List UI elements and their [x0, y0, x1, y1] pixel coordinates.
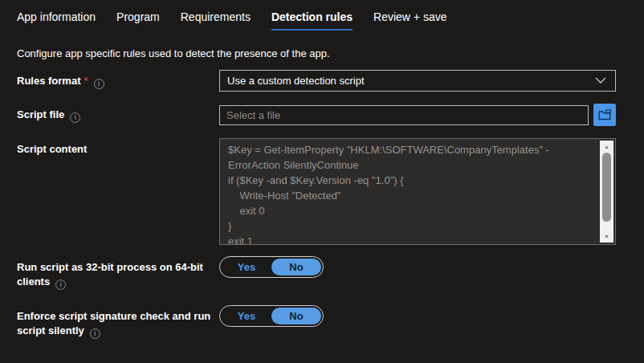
run-32bit-toggle: Yes No — [219, 256, 324, 278]
tab-detection-rules[interactable]: Detection rules — [271, 10, 353, 31]
signature-check-label-group: Enforce script signature check and run s… — [17, 305, 219, 339]
chevron-down-icon — [595, 77, 606, 84]
info-icon[interactable]: i — [70, 112, 80, 123]
tab-review-save[interactable]: Review + save — [373, 10, 446, 31]
wizard-tabbar: App information Program Requirements Det… — [17, 0, 627, 31]
run-32bit-toggle-no[interactable]: No — [271, 259, 321, 275]
scrollbar-up-icon[interactable]: ▲ — [600, 141, 613, 153]
folder-icon — [598, 109, 612, 120]
script-content-row: Script content $Key = Get-ItemProperty "… — [17, 138, 627, 245]
script-content-text: $Key = Get-ItemProperty "HKLM:\SOFTWARE\… — [220, 139, 615, 245]
required-marker: * — [84, 75, 88, 87]
script-content-label: Script content — [17, 143, 87, 155]
scrollbar-thumb[interactable] — [602, 153, 611, 222]
rules-format-dropdown[interactable]: Use a custom detection script — [219, 70, 616, 92]
detection-rules-page: App information Program Requirements Det… — [0, 0, 644, 339]
page-description: Configure app specific rules used to det… — [17, 47, 627, 59]
tab-app-information[interactable]: App information — [17, 10, 96, 31]
run-32bit-row: Run script as 32-bit process on 64-bit c… — [17, 256, 627, 290]
script-scrollbar[interactable]: ▲ ▼ — [600, 141, 613, 243]
tab-requirements[interactable]: Requirements — [181, 10, 251, 31]
script-content-box: $Key = Get-ItemProperty "HKLM:\SOFTWARE\… — [219, 138, 616, 245]
rules-format-row: Rules format*i Use a custom detection sc… — [17, 70, 627, 92]
scrollbar-down-icon[interactable]: ▼ — [600, 230, 613, 243]
script-file-label-group: Script filei — [17, 104, 219, 123]
run-32bit-label: Run script as 32-bit process on 64-bit c… — [17, 261, 203, 288]
rules-format-selected-value: Use a custom detection script — [227, 75, 365, 87]
browse-file-button[interactable] — [593, 104, 616, 126]
info-icon[interactable]: i — [90, 328, 100, 339]
script-file-label: Script file — [17, 108, 64, 120]
rules-format-label-group: Rules format*i — [17, 70, 219, 89]
script-file-input[interactable] — [219, 105, 589, 125]
script-file-row: Script filei — [17, 104, 627, 126]
signature-check-toggle-yes[interactable]: Yes — [222, 308, 271, 324]
info-icon[interactable]: i — [94, 79, 104, 89]
run-32bit-label-group: Run script as 32-bit process on 64-bit c… — [17, 256, 219, 290]
script-content-label-group: Script content — [17, 138, 219, 157]
signature-check-toggle-no[interactable]: No — [271, 308, 321, 324]
signature-check-label: Enforce script signature check and run s… — [17, 310, 210, 336]
signature-check-row: Enforce script signature check and run s… — [17, 305, 627, 339]
tab-program[interactable]: Program — [116, 10, 160, 31]
run-32bit-toggle-yes[interactable]: Yes — [222, 259, 271, 275]
signature-check-toggle: Yes No — [219, 305, 324, 327]
info-icon[interactable]: i — [55, 279, 66, 290]
rules-format-label: Rules format — [17, 75, 80, 87]
